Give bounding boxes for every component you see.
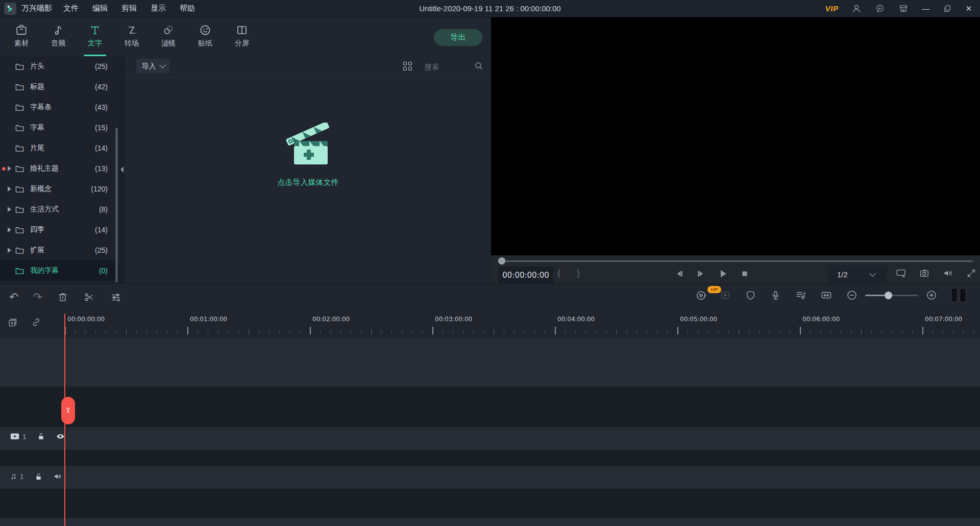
sidebar-item-2[interactable]: 字幕条(43) xyxy=(0,97,119,117)
import-media-dropzone[interactable]: 点击导入媒体文件 xyxy=(125,123,491,187)
ruler-tick xyxy=(841,331,841,334)
previous-frame-button[interactable] xyxy=(674,268,685,279)
tab-transition[interactable]: 转场 xyxy=(113,21,150,54)
expand-arrow-icon[interactable] xyxy=(8,227,11,232)
undo-icon[interactable]: ↶ xyxy=(9,291,18,304)
menu-item[interactable]: 文件 xyxy=(63,4,79,13)
sidebar-item-1[interactable]: 标题(42) xyxy=(0,77,119,97)
tab-media[interactable]: 素材 xyxy=(3,21,40,54)
restore-button[interactable] xyxy=(943,4,952,13)
redo-icon[interactable]: ↷ xyxy=(33,291,42,304)
app-name: 万兴喵影 xyxy=(21,4,52,13)
mark-in-icon[interactable]: { xyxy=(557,268,560,278)
beat-detection-icon[interactable]: VIP xyxy=(695,289,708,302)
seek-bar[interactable] xyxy=(498,260,973,262)
mute-speaker-icon[interactable] xyxy=(53,472,62,481)
playhead-handle[interactable]: ✂ xyxy=(61,397,75,424)
sidebar-item-4[interactable]: 片尾(14) xyxy=(0,138,119,158)
video-viewport[interactable] xyxy=(491,17,980,255)
display-device-icon[interactable] xyxy=(895,268,906,279)
category-count: (8) xyxy=(99,205,108,213)
zoom-out-icon[interactable] xyxy=(846,289,858,301)
close-button[interactable]: ✕ xyxy=(965,4,972,13)
sidebar-item-6[interactable]: 新概念(120) xyxy=(0,179,119,199)
timeline-zoom-slider[interactable] xyxy=(865,295,918,296)
stop-button[interactable] xyxy=(739,268,750,279)
zoom-to-fit-icon[interactable] xyxy=(820,289,832,301)
vip-button[interactable]: VIP xyxy=(825,4,839,13)
sidebar-item-5[interactable]: 婚礼主题(13) xyxy=(0,158,119,179)
video-track-lane[interactable] xyxy=(0,427,980,450)
eye-icon[interactable] xyxy=(56,432,65,441)
snapshot-camera-icon[interactable] xyxy=(919,268,930,279)
cut-scissors-icon[interactable] xyxy=(83,291,95,303)
collapse-sidebar-icon[interactable] xyxy=(120,166,124,173)
properties-icon[interactable] xyxy=(110,291,122,303)
ruler-tick xyxy=(902,331,902,334)
ruler-tick xyxy=(667,331,668,334)
fullscreen-icon[interactable] xyxy=(966,268,977,279)
grid-view-icon[interactable] xyxy=(403,62,412,71)
render-preview-icon[interactable] xyxy=(719,289,731,301)
ruler-tick xyxy=(218,331,218,334)
minimize-button[interactable]: — xyxy=(922,4,929,13)
menu-item[interactable]: 剪辑 xyxy=(121,4,137,13)
tab-filter[interactable]: 滤镜 xyxy=(150,21,187,54)
expand-arrow-icon[interactable] xyxy=(8,248,11,253)
ruler-tick xyxy=(463,331,463,334)
sidebar-scrollbar[interactable] xyxy=(115,128,118,282)
zoom-in-icon[interactable] xyxy=(925,289,938,301)
export-button[interactable]: 导出 xyxy=(434,29,482,46)
auto-ripple-link-icon[interactable] xyxy=(31,317,42,328)
import-button[interactable]: 导入 xyxy=(136,59,170,74)
mark-out-icon[interactable]: } xyxy=(577,268,580,278)
tab-sticker[interactable]: 贴纸 xyxy=(187,21,224,54)
sidebar-item-3[interactable]: 字幕(15) xyxy=(0,117,119,138)
sidebar-item-9[interactable]: 扩展(25) xyxy=(0,240,119,260)
record-voiceover-icon[interactable] xyxy=(770,290,781,301)
ruler-tick xyxy=(473,331,474,334)
folder-icon xyxy=(15,185,24,193)
sidebar-item-8[interactable]: 四季(14) xyxy=(0,220,119,240)
expand-arrow-icon[interactable] xyxy=(8,207,11,212)
search-input[interactable] xyxy=(424,60,473,74)
menu-item[interactable]: 编辑 xyxy=(92,4,108,13)
timeline-hscrollbar[interactable] xyxy=(0,518,980,526)
lock-icon[interactable] xyxy=(34,472,43,481)
ruler-tick xyxy=(412,331,412,334)
volume-icon[interactable] xyxy=(942,268,953,279)
account-icon[interactable] xyxy=(851,4,862,14)
ruler-tick xyxy=(157,331,157,334)
timeline-empty-track-area[interactable] xyxy=(0,338,980,387)
seek-handle[interactable] xyxy=(498,257,505,265)
sidebar-item-10[interactable]: 我的字幕(0) xyxy=(0,260,119,281)
audio-track-lane[interactable] xyxy=(0,466,980,489)
sidebar-item-0[interactable]: 片头(25) xyxy=(0,56,119,77)
feedback-icon[interactable] xyxy=(875,4,885,14)
tab-text[interactable]: 文字 xyxy=(77,21,113,54)
menu-item[interactable]: 帮助 xyxy=(180,4,195,13)
search-icon[interactable] xyxy=(474,61,484,71)
play-button[interactable] xyxy=(717,268,729,280)
ruler-tick xyxy=(739,329,739,334)
preview-quality-dropdown[interactable]: 1/2 xyxy=(828,265,887,283)
store-icon[interactable] xyxy=(898,4,909,14)
menu-item[interactable]: 显示 xyxy=(151,4,166,13)
preview-timecode: 00:00:00:00 xyxy=(498,267,553,283)
delete-icon[interactable] xyxy=(57,291,69,303)
tab-audio[interactable]: 音频 xyxy=(40,21,77,54)
next-frame-button[interactable] xyxy=(695,268,706,279)
titlebar: 万兴喵影 文件编辑剪辑显示帮助 Untitle-2020-09-19 11 21… xyxy=(0,0,980,17)
expand-arrow-icon[interactable] xyxy=(8,166,11,171)
ruler-tick xyxy=(606,331,606,334)
sidebar-item-7[interactable]: 生活方式(8) xyxy=(0,199,119,220)
lock-icon[interactable] xyxy=(37,432,45,441)
shield-icon[interactable] xyxy=(745,290,756,301)
slider-handle[interactable] xyxy=(885,292,892,299)
add-track-icon[interactable] xyxy=(7,317,18,328)
layout-toggle-icon[interactable] xyxy=(951,288,966,302)
tab-splitscreen[interactable]: 分屏 xyxy=(224,21,260,54)
expand-arrow-icon[interactable] xyxy=(8,186,11,192)
timeline-ruler[interactable]: 00:00:00:0000:01:00:0000:02:00:0000:03:0… xyxy=(0,313,980,338)
audio-mixer-icon[interactable] xyxy=(795,289,807,301)
